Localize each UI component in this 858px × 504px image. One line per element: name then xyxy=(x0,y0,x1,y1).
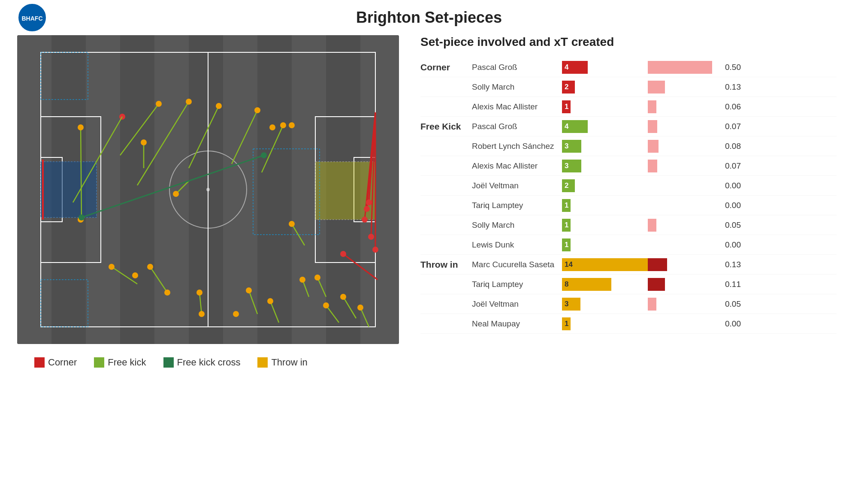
stats-title: Set-piece involved and xT created xyxy=(420,35,837,49)
player-name: Robert Lynch Sánchez xyxy=(472,142,562,151)
stats-row-fk-joel: Joël Veltman 2 0.00 xyxy=(420,176,837,196)
xt-value: 0.05 xyxy=(725,299,751,309)
count-bar: 4 xyxy=(562,61,648,74)
xt-value: 0.00 xyxy=(725,201,751,210)
section-label-corner: Corner xyxy=(420,62,472,72)
svg-point-80 xyxy=(280,122,286,128)
stats-row-corner-alexis: Alexis Mac Allister 1 0.06 xyxy=(420,97,837,117)
svg-point-34 xyxy=(366,199,372,205)
svg-rect-7 xyxy=(154,35,189,344)
svg-point-89 xyxy=(289,122,295,128)
count-bar: 1 xyxy=(562,219,648,232)
svg-point-55 xyxy=(246,287,252,293)
svg-point-35 xyxy=(362,217,368,223)
svg-point-39 xyxy=(340,251,346,257)
main-content: Corner Free kick Free kick cross Throw i… xyxy=(0,35,858,377)
svg-text:BHAFC: BHAFC xyxy=(22,15,43,22)
player-name: Tariq Lamptey xyxy=(472,201,562,210)
xt-value: 0.13 xyxy=(725,260,751,269)
svg-point-53 xyxy=(196,290,202,296)
svg-point-57 xyxy=(267,298,273,304)
stats-row-fk-solly: Solly March 1 0.05 xyxy=(420,215,837,235)
svg-rect-93 xyxy=(257,357,268,368)
svg-point-63 xyxy=(314,275,320,281)
legend-freekick-cross: Free kick cross xyxy=(163,357,241,368)
svg-point-84 xyxy=(132,272,138,278)
xt-bar xyxy=(648,61,725,74)
xt-bar xyxy=(648,160,725,172)
xt-value: 0.00 xyxy=(725,240,751,250)
player-name: Joël Veltman xyxy=(472,181,562,190)
xt-value: 0.05 xyxy=(725,220,751,230)
stats-row-ti-neal: Neal Maupay 1 0.00 xyxy=(420,314,837,334)
count-bar: 14 xyxy=(562,258,648,271)
stats-row-ti-tariq: Tariq Lamptey 8 0.11 xyxy=(420,275,837,294)
xt-value: 0.50 xyxy=(725,63,751,72)
xt-value: 0.11 xyxy=(725,280,751,289)
svg-rect-6 xyxy=(120,35,154,344)
svg-point-49 xyxy=(147,264,153,270)
count-bar: 1 xyxy=(562,199,648,212)
count-bar: 3 xyxy=(562,160,648,172)
player-name: Solly March xyxy=(472,220,562,230)
section-label-throwin: Throw in xyxy=(420,260,472,270)
svg-point-67 xyxy=(340,294,346,300)
pitch xyxy=(17,35,399,344)
player-name: Neal Maupay xyxy=(472,319,562,329)
club-logo: BHAFC xyxy=(17,3,47,33)
player-name: Lewis Dunk xyxy=(472,240,562,250)
player-name: Tariq Lamptey xyxy=(472,280,562,289)
xt-value: 0.00 xyxy=(725,181,751,190)
svg-point-59 xyxy=(289,221,295,227)
count-bar: 2 xyxy=(562,81,648,94)
header: BHAFC Brighton Set-pieces xyxy=(0,0,858,35)
section-label-freekick: Free Kick xyxy=(420,121,472,132)
stats-row-fk-robert: Robert Lynch Sánchez 3 0.08 xyxy=(420,136,837,156)
svg-rect-90 xyxy=(34,357,45,368)
svg-point-45 xyxy=(109,264,115,270)
svg-point-82 xyxy=(261,152,267,158)
stats-row-fk-pascal: Free Kick Pascal Groß 4 0.07 xyxy=(420,117,837,136)
player-name: Pascal Groß xyxy=(472,122,562,131)
svg-point-85 xyxy=(164,290,170,296)
xt-bar xyxy=(648,120,725,133)
player-name: Alexis Mac Allister xyxy=(472,161,562,171)
xt-bar xyxy=(648,278,725,291)
count-bar: 3 xyxy=(562,140,648,153)
count-bar: 1 xyxy=(562,100,648,113)
xt-value: 0.06 xyxy=(725,102,751,112)
stats-row-fk-alexis: Alexis Mac Allister 3 0.07 xyxy=(420,156,837,176)
xt-value: 0.00 xyxy=(725,319,751,329)
svg-rect-17 xyxy=(41,162,97,217)
count-bar: 1 xyxy=(562,317,648,330)
count-bar: 8 xyxy=(562,278,648,291)
svg-rect-9 xyxy=(223,35,257,344)
legend-throwin: Throw in xyxy=(257,357,307,368)
page-title: Brighton Set-pieces xyxy=(17,9,841,27)
svg-point-86 xyxy=(199,311,205,317)
svg-point-65 xyxy=(323,302,329,308)
svg-point-51 xyxy=(173,191,179,197)
svg-point-87 xyxy=(233,311,239,317)
svg-point-76 xyxy=(156,101,162,107)
stats-row-corner-solly: Solly March 2 0.13 xyxy=(420,77,837,97)
player-name: Joël Veltman xyxy=(472,299,562,309)
player-name: Alexis Mac Allister xyxy=(472,102,562,112)
xt-bar xyxy=(648,81,725,94)
xt-bar xyxy=(648,258,725,271)
svg-point-79 xyxy=(254,107,260,113)
xt-value: 0.08 xyxy=(725,142,751,151)
svg-point-47 xyxy=(141,139,147,145)
player-name: Marc Cucurella Saseta xyxy=(472,260,562,269)
count-bar: 1 xyxy=(562,238,648,251)
legend: Corner Free kick Free kick cross Throw i… xyxy=(17,348,399,377)
svg-point-69 xyxy=(357,305,363,311)
stats-row-corner-pascal: Corner Pascal Groß 4 0.50 xyxy=(420,57,837,77)
xt-value: 0.07 xyxy=(725,122,751,131)
svg-point-37 xyxy=(364,206,370,212)
xt-bar xyxy=(648,298,725,311)
stats-row-fk-lewis: Lewis Dunk 1 0.00 xyxy=(420,235,837,255)
legend-freekick: Free kick xyxy=(94,357,146,368)
svg-point-78 xyxy=(216,103,222,109)
xt-value: 0.07 xyxy=(725,161,751,171)
